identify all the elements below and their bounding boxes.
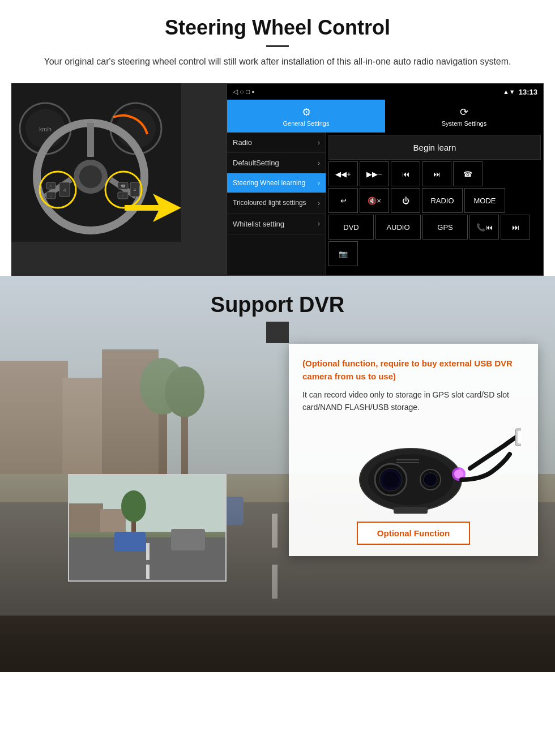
svg-point-61 (121, 490, 146, 522)
settings-tabs: ⚙ General Settings ⟳ System Settings (227, 100, 543, 133)
svg-point-53 (454, 469, 463, 479)
radio-button[interactable]: RADIO (422, 188, 463, 213)
steering-description: Your original car's steering wheel contr… (34, 55, 521, 69)
control-row-1: ◀◀+ ▶▶− ⏮ ⏭ ☎ (328, 161, 541, 186)
dvr-camera-image (302, 423, 524, 514)
arrow-icon: › (318, 159, 320, 167)
extra-button[interactable]: 📷 (328, 241, 358, 266)
dvr-preview-svg (69, 475, 227, 582)
menu-item-radio-label: Radio (233, 138, 252, 147)
svg-point-11 (79, 165, 102, 188)
begin-learn-area: Begin learn (328, 135, 541, 160)
nav-back: ◁ ○ □ ▪ (233, 88, 254, 96)
menu-item-default[interactable]: DefaultSetting › (227, 153, 326, 173)
steering-wheel-svg: km/h + - ♫ (11, 83, 181, 242)
svg-rect-59 (100, 509, 126, 532)
dvr-title: Support DVR (0, 293, 555, 317)
menu-item-radio[interactable]: Radio › (227, 133, 326, 153)
dvr-info-card: (Optional function, require to buy exter… (289, 344, 538, 556)
call-prev-button[interactable]: 📞⏮ (469, 215, 499, 240)
steering-container: km/h + - ♫ (11, 83, 544, 276)
svg-rect-58 (69, 503, 103, 532)
steering-image: km/h + - ♫ (11, 83, 227, 276)
svg-rect-42 (0, 616, 555, 672)
android-ui-panel: ◁ ○ □ ▪ ▲▼ 13:13 ⚙ General Settings ⟳ Sy… (227, 83, 544, 276)
svg-text:+: + (50, 184, 52, 188)
tab-general-label: General Settings (283, 120, 330, 127)
control-row-3: DVD AUDIO GPS 📞⏮ ⏭ (328, 215, 541, 240)
menu-list: Radio › DefaultSetting › Steering Wheel … (227, 133, 326, 275)
begin-learn-label: Begin learn (413, 143, 456, 152)
dvr-optional-note: (Optional function, require to buy exter… (302, 357, 524, 383)
svg-rect-63 (146, 543, 150, 560)
dvr-description: It can record video only to storage in G… (302, 388, 524, 414)
svg-text:◦: ◦ (122, 194, 123, 198)
audio-button[interactable]: AUDIO (375, 215, 421, 240)
android-statusbar: ◁ ○ □ ▪ ▲▼ 13:13 (227, 84, 543, 100)
gear-icon: ⚙ (302, 106, 311, 118)
steering-title: Steering Wheel Control (34, 16, 521, 40)
dvr-preview-inner (69, 475, 225, 580)
dvr-divider (266, 322, 289, 343)
menu-panel: Radio › DefaultSetting › Steering Wheel … (227, 133, 543, 275)
arrow-icon: › (318, 139, 320, 147)
control-row-4: 📷 (328, 241, 541, 266)
dvr-section: Support DVR (Optional function, require … (0, 276, 555, 672)
mute-button[interactable]: 🔇× (360, 188, 389, 213)
tab-general[interactable]: ⚙ General Settings (227, 100, 385, 133)
svg-rect-66 (171, 529, 205, 550)
menu-item-whitelist-label: Whitelist setting (233, 220, 284, 228)
menu-item-steering-label: Steering Wheel learning (233, 179, 305, 187)
status-signal: ▲▼ (503, 88, 515, 95)
menu-item-whitelist[interactable]: Whitelist setting › (227, 214, 326, 234)
svg-point-34 (165, 366, 204, 417)
phone-button[interactable]: ☎ (453, 161, 483, 186)
arrow-icon: › (318, 179, 320, 187)
svg-rect-64 (146, 565, 150, 579)
dvr-preview-image (68, 474, 227, 582)
gps-button[interactable]: GPS (422, 215, 468, 240)
dvr-header: Support DVR (0, 276, 555, 348)
svg-rect-36 (272, 514, 278, 548)
svg-rect-28 (0, 361, 68, 474)
hangup-button[interactable]: ↩ (328, 188, 358, 213)
next-button[interactable]: ⏭ (422, 161, 451, 186)
svg-text:♫: ♫ (63, 187, 66, 193)
dvr-background: Support DVR (Optional function, require … (0, 276, 555, 672)
svg-point-51 (424, 473, 437, 486)
begin-learn-row: Begin learn (328, 135, 541, 160)
power-button[interactable]: ⏻ (391, 188, 420, 213)
prev-button[interactable]: ⏮ (391, 161, 420, 186)
button-grid: Begin learn ◀◀+ ▶▶− ⏮ ⏭ (326, 133, 543, 275)
mode-button[interactable]: MODE (464, 188, 505, 213)
menu-item-default-label: DefaultSetting (233, 159, 279, 167)
svg-point-49 (383, 472, 399, 488)
optional-function-button[interactable]: Optional Function (357, 522, 470, 545)
control-row-2: ↩ 🔇× ⏻ RADIO MODE (328, 188, 541, 213)
arrow-icon: › (318, 220, 320, 228)
tab-system-label: System Settings (442, 120, 486, 127)
steering-divider (266, 45, 289, 47)
svg-rect-65 (114, 532, 146, 552)
system-icon: ⟳ (460, 106, 468, 118)
status-time: 13:13 (519, 88, 537, 96)
steering-section-header: Steering Wheel Control Your original car… (0, 0, 555, 74)
menu-item-light[interactable]: Tricoloured light settings › (227, 193, 326, 214)
arrow-icon: › (318, 199, 320, 207)
menu-item-light-label: Tricoloured light settings (233, 199, 306, 208)
svg-rect-56 (394, 507, 428, 514)
svg-rect-37 (272, 565, 278, 599)
svg-rect-29 (62, 378, 108, 474)
svg-text:☎: ☎ (121, 184, 126, 188)
vol-plus-button[interactable]: ◀◀+ (328, 161, 358, 186)
vol-minus-button[interactable]: ▶▶− (360, 161, 389, 186)
call-next-button[interactable]: ⏭ (501, 215, 530, 240)
dvd-button[interactable]: DVD (328, 215, 374, 240)
svg-text:≡: ≡ (134, 187, 136, 193)
svg-text:km/h: km/h (39, 126, 52, 133)
svg-rect-44 (518, 431, 521, 443)
menu-item-steering[interactable]: Steering Wheel learning › (227, 173, 326, 193)
dvr-camera-svg (306, 423, 521, 514)
tab-system[interactable]: ⟳ System Settings (385, 100, 543, 133)
